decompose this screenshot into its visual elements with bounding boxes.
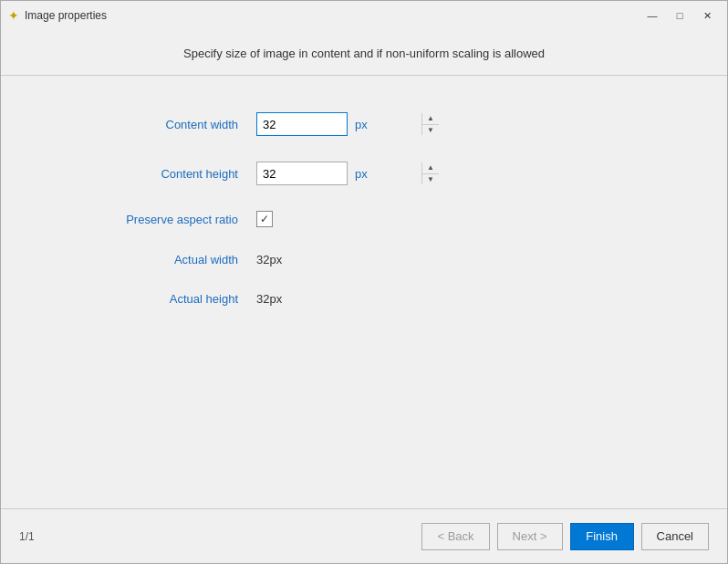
content-width-row: Content width ▲ ▼ px [74, 112, 654, 136]
actual-height-row: Actual height 32px [74, 292, 654, 306]
page-indicator: 1/1 [19, 530, 35, 543]
footer-buttons: < Back Next > Finish Cancel [421, 523, 709, 550]
actual-height-label: Actual height [74, 292, 238, 306]
footer: 1/1 < Back Next > Finish Cancel [1, 508, 727, 563]
window-title: Image properties [25, 9, 107, 22]
content-width-up-button[interactable]: ▲ [422, 113, 439, 124]
content-height-spinbox[interactable]: ▲ ▼ [256, 162, 348, 185]
content-width-label: Content width [74, 118, 238, 131]
header-text: Specify size of image in content and if … [37, 47, 691, 60]
maximize-button[interactable]: □ [667, 5, 692, 26]
form-area: Content width ▲ ▼ px Content height [1, 76, 727, 508]
window-controls: — □ ✕ [640, 5, 720, 26]
preserve-aspect-ratio-label: Preserve aspect ratio [74, 213, 238, 226]
content-area: Specify size of image in content and if … [1, 30, 727, 563]
content-width-input[interactable] [257, 113, 421, 135]
main-window: ✦ Image properties — □ ✕ Specify size of… [0, 0, 728, 564]
content-height-down-button[interactable]: ▼ [422, 173, 439, 185]
actual-width-value: 32px [256, 253, 282, 266]
content-height-up-button[interactable]: ▲ [422, 162, 439, 173]
content-width-spinbox[interactable]: ▲ ▼ [256, 112, 348, 136]
content-width-control: ▲ ▼ px [256, 112, 368, 136]
preserve-aspect-ratio-row: Preserve aspect ratio ✓ [74, 211, 654, 227]
next-button[interactable]: Next > [497, 523, 563, 550]
actual-height-value: 32px [256, 292, 282, 306]
header-section: Specify size of image in content and if … [1, 30, 727, 76]
actual-width-row: Actual width 32px [74, 253, 654, 266]
content-height-unit: px [355, 167, 368, 181]
content-width-down-button[interactable]: ▼ [422, 124, 439, 136]
checkbox-wrapper: ✓ [256, 211, 273, 227]
content-height-control: ▲ ▼ px [256, 162, 368, 185]
preserve-aspect-ratio-checkbox[interactable]: ✓ [256, 211, 273, 227]
content-height-label: Content height [74, 167, 238, 181]
finish-button[interactable]: Finish [570, 523, 634, 550]
back-button[interactable]: < Back [421, 523, 489, 550]
minimize-button[interactable]: — [640, 5, 665, 26]
title-bar: ✦ Image properties — □ ✕ [1, 1, 727, 30]
content-height-spin-buttons: ▲ ▼ [421, 162, 439, 184]
content-width-unit: px [355, 118, 368, 131]
title-bar-left: ✦ Image properties [8, 8, 107, 23]
content-height-input[interactable] [257, 162, 421, 184]
cancel-button[interactable]: Cancel [641, 523, 709, 550]
content-height-row: Content height ▲ ▼ px [74, 162, 654, 185]
app-icon: ✦ [8, 8, 19, 23]
preserve-aspect-ratio-control: ✓ [256, 211, 273, 227]
content-width-spin-buttons: ▲ ▼ [421, 113, 439, 135]
close-button[interactable]: ✕ [694, 5, 720, 26]
actual-width-label: Actual width [74, 253, 238, 266]
